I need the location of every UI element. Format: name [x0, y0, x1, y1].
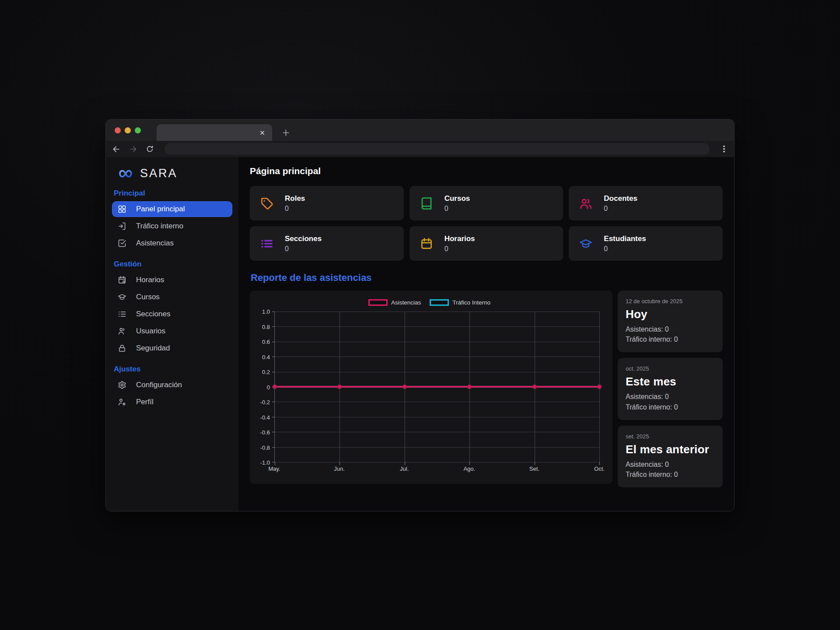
- stat-title: Estudiantes: [604, 234, 646, 243]
- gear-icon: [118, 381, 126, 389]
- legend-swatch: [430, 299, 449, 306]
- y-axis-label: 0.8: [262, 323, 270, 330]
- dashboard-icon: [118, 205, 126, 214]
- maximize-window-button[interactable]: [135, 127, 141, 133]
- sidebar-item-cursos[interactable]: Cursos: [112, 289, 232, 305]
- chart-point: [402, 385, 407, 389]
- stat-card-roles[interactable]: Roles 0: [250, 186, 404, 220]
- sidebar-item-usuarios[interactable]: Usuarios: [112, 323, 232, 339]
- y-axis-label: 0.4: [262, 354, 270, 360]
- sidebar: SARA Principal Panel principal Tráfico i…: [106, 157, 238, 511]
- log-in-icon: [118, 222, 126, 231]
- sidebar-item-panel-principal[interactable]: Panel principal: [112, 201, 232, 217]
- summary-card-mes-anterior: set. 2025 El mes anterior Asistencias: 0…: [618, 426, 723, 487]
- summary-line: Tráfico interno: 0: [626, 402, 715, 412]
- stat-card-docentes[interactable]: Docentes 0: [569, 186, 723, 220]
- browser-toolbar: [106, 141, 734, 157]
- summary-line: Tráfico interno: 0: [626, 334, 715, 344]
- x-axis-label: Oct.: [594, 466, 605, 472]
- summary-line: Tráfico interno: 0: [626, 469, 715, 480]
- chart-point: [467, 385, 472, 389]
- stat-title: Horarios: [444, 234, 475, 243]
- legend-item[interactable]: Asistencias: [368, 299, 421, 306]
- y-axis-label: -0.6: [260, 429, 270, 436]
- x-axis-label: Ago.: [463, 466, 475, 472]
- book-icon: [420, 197, 433, 210]
- stat-title: Roles: [285, 194, 305, 203]
- y-axis-label: -1.0: [260, 459, 270, 466]
- chart-legend: AsistenciasTráfico Interno: [255, 297, 604, 308]
- stats-grid: Roles 0 Cursos 0 Docentes 0: [250, 186, 723, 261]
- x-axis-label: Jul.: [400, 466, 409, 472]
- address-bar[interactable]: [164, 143, 710, 155]
- sidebar-item-horarios[interactable]: Horarios: [112, 272, 232, 288]
- summary-card-hoy: 12 de octubre de 2025 Hoy Asistencias: 0…: [618, 290, 723, 352]
- forward-icon[interactable]: [129, 145, 137, 154]
- summary-column: 12 de octubre de 2025 Hoy Asistencias: 0…: [618, 290, 723, 487]
- chart-plot-area: [274, 312, 599, 462]
- infinity-icon: [116, 168, 136, 179]
- user-gear-icon: [118, 398, 126, 406]
- back-icon[interactable]: [112, 145, 121, 154]
- summary-card-este-mes: oct. 2025 Este mes Asistencias: 0 Tráfic…: [618, 358, 723, 420]
- users-icon: [579, 197, 592, 210]
- x-axis-label: May.: [268, 466, 280, 472]
- sidebar-section-principal: Principal: [114, 189, 231, 198]
- browser-menu-icon[interactable]: [720, 144, 728, 154]
- stat-card-estudiantes[interactable]: Estudiantes 0: [569, 226, 723, 261]
- stat-title: Secciones: [285, 234, 322, 243]
- sidebar-item-trafico-interno[interactable]: Tráfico interno: [112, 218, 232, 234]
- chart-point: [532, 385, 537, 389]
- x-axis-label: Jun.: [334, 466, 345, 472]
- chart-y-axis: 1.00.80.60.40.20-0.2-0.4-0.6-0.8-1.0: [255, 312, 274, 462]
- summary-period: set. 2025: [626, 433, 715, 440]
- chart-lines: [275, 312, 599, 462]
- calendar-icon: [420, 237, 433, 250]
- sidebar-item-label: Asistencias: [136, 239, 174, 248]
- legend-item[interactable]: Tráfico Interno: [430, 299, 490, 306]
- sidebar-item-seguridad[interactable]: Seguridad: [112, 340, 232, 356]
- y-axis-label: 0: [267, 384, 270, 390]
- y-axis-label: 0.6: [262, 339, 270, 345]
- sidebar-item-configuracion[interactable]: Configuración: [112, 377, 232, 393]
- chart-point: [337, 385, 342, 389]
- app-title: SARA: [140, 167, 178, 180]
- chart-point: [273, 385, 277, 389]
- y-axis-label: -0.4: [260, 414, 270, 420]
- tab-close-icon[interactable]: [258, 128, 266, 137]
- chart-x-axis: May.Jun.Jul.Ago.Set.Oct.: [274, 462, 599, 475]
- minimize-window-button[interactable]: [125, 127, 131, 133]
- stat-card-cursos[interactable]: Cursos 0: [410, 186, 564, 220]
- stat-title: Docentes: [604, 194, 637, 203]
- sidebar-section-gestion: Gestión: [114, 260, 231, 269]
- summary-title: Este mes: [626, 375, 715, 388]
- stat-title: Cursos: [444, 194, 470, 203]
- summary-period: oct. 2025: [626, 365, 715, 372]
- sidebar-item-label: Usuarios: [136, 327, 165, 336]
- chart-point: [597, 385, 602, 389]
- calendar-cog-icon: [118, 276, 126, 284]
- summary-title: Hoy: [626, 308, 715, 321]
- sidebar-item-label: Seguridad: [136, 344, 170, 353]
- stat-card-horarios[interactable]: Horarios 0: [410, 226, 564, 261]
- sidebar-item-secciones[interactable]: Secciones: [112, 306, 232, 322]
- list-icon: [260, 237, 273, 250]
- sidebar-item-asistencias[interactable]: Asistencias: [112, 235, 232, 251]
- browser-tab[interactable]: [157, 124, 272, 141]
- main-content: Página principal Roles 0 Cursos 0: [238, 157, 734, 511]
- sidebar-item-label: Panel principal: [136, 205, 185, 214]
- stat-card-secciones[interactable]: Secciones 0: [250, 226, 404, 261]
- stat-value: 0: [444, 245, 475, 253]
- close-window-button[interactable]: [115, 127, 121, 133]
- report-title: Reporte de las asistencias: [251, 272, 723, 284]
- sidebar-item-label: Horarios: [136, 276, 164, 284]
- x-axis-label: Set.: [529, 466, 539, 472]
- stat-value: 0: [444, 205, 470, 213]
- sidebar-section-ajustes: Ajustes: [114, 365, 231, 374]
- stat-value: 0: [285, 205, 305, 213]
- new-tab-button[interactable]: [279, 126, 292, 139]
- y-axis-label: -0.2: [260, 399, 270, 406]
- reload-icon[interactable]: [145, 145, 154, 154]
- page-title: Página principal: [250, 166, 723, 176]
- sidebar-item-perfil[interactable]: Perfíl: [112, 394, 232, 410]
